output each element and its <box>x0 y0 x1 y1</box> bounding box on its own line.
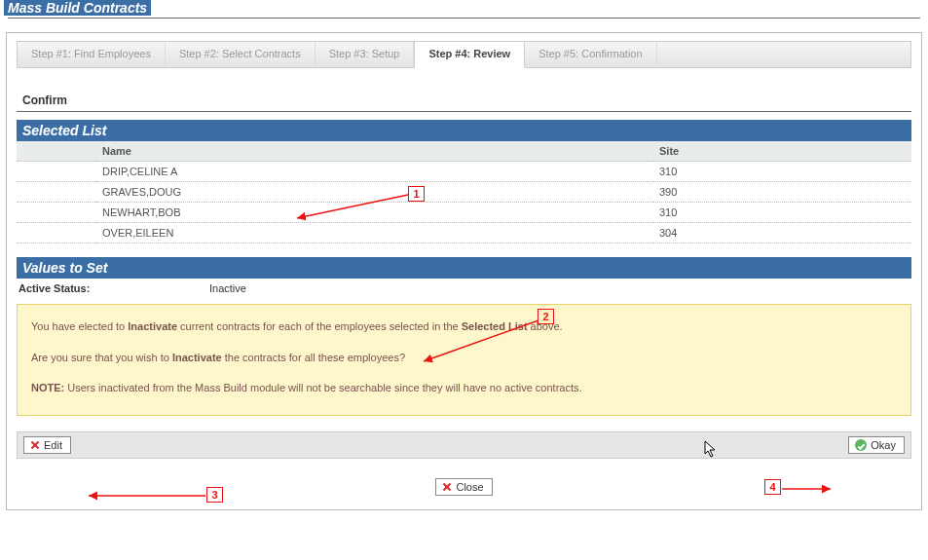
cell-site: 390 <box>653 182 911 203</box>
table-row: DRIP,CELINE A 310 <box>17 162 911 182</box>
cell-site: 304 <box>653 223 911 243</box>
values-header: Values to Set <box>17 257 911 279</box>
selected-list-header: Selected List <box>17 120 911 141</box>
confirm-rule <box>17 111 911 112</box>
page-title: Mass Build Contracts <box>4 0 151 16</box>
warning-box: You have elected to Inactivate current c… <box>17 304 911 416</box>
warning-note: NOTE: Users inactivated from the Mass Bu… <box>31 380 897 397</box>
x-icon <box>442 482 452 492</box>
active-status-value: Inactive <box>209 282 246 294</box>
selected-list-table: Name Site DRIP,CELINE A 310 GRAVES,DOUG … <box>17 141 911 243</box>
table-row: GRAVES,DOUG 390 <box>17 182 911 203</box>
confirm-heading: Confirm <box>22 93 911 107</box>
tab-step1[interactable]: Step #1: Find Employees <box>18 42 166 67</box>
cell-site: 310 <box>653 162 911 182</box>
action-bar: Edit Okay <box>17 431 911 459</box>
okay-button-label: Okay <box>871 439 896 451</box>
active-status-label: Active Status: <box>17 282 209 294</box>
cell-name: GRAVES,DOUG <box>96 182 653 203</box>
col-name: Name <box>96 141 653 162</box>
warning-line2: Are you sure that you wish to Inactivate… <box>31 350 897 367</box>
active-status-row: Active Status: Inactive <box>17 282 911 294</box>
tab-step3[interactable]: Step #3: Setup <box>316 42 415 67</box>
cell-site: 310 <box>653 203 911 223</box>
edit-button[interactable]: Edit <box>23 436 71 454</box>
wizard-panel: Step #1: Find Employees Step #2: Select … <box>6 32 922 510</box>
warning-line1: You have elected to Inactivate current c… <box>31 318 897 336</box>
close-button[interactable]: Close <box>435 478 492 496</box>
table-row: NEWHART,BOB 310 <box>17 203 911 223</box>
cell-name: DRIP,CELINE A <box>96 162 653 182</box>
check-icon <box>855 439 867 451</box>
title-rule <box>8 18 920 19</box>
tab-step5[interactable]: Step #5: Confirmation <box>525 42 656 67</box>
wizard-tabs: Step #1: Find Employees Step #2: Select … <box>17 41 911 68</box>
cell-name: NEWHART,BOB <box>96 203 653 223</box>
col-spacer <box>17 141 96 162</box>
tab-step2[interactable]: Step #2: Select Contracts <box>166 42 316 67</box>
close-bar: Close <box>17 478 911 496</box>
cell-name: OVER,EILEEN <box>96 223 653 243</box>
x-icon <box>30 440 40 450</box>
tab-step4[interactable]: Step #4: Review <box>414 41 525 68</box>
edit-button-label: Edit <box>44 439 62 451</box>
table-row: OVER,EILEEN 304 <box>17 223 911 243</box>
close-button-label: Close <box>456 481 483 493</box>
okay-button[interactable]: Okay <box>848 436 905 454</box>
col-site: Site <box>653 141 911 162</box>
